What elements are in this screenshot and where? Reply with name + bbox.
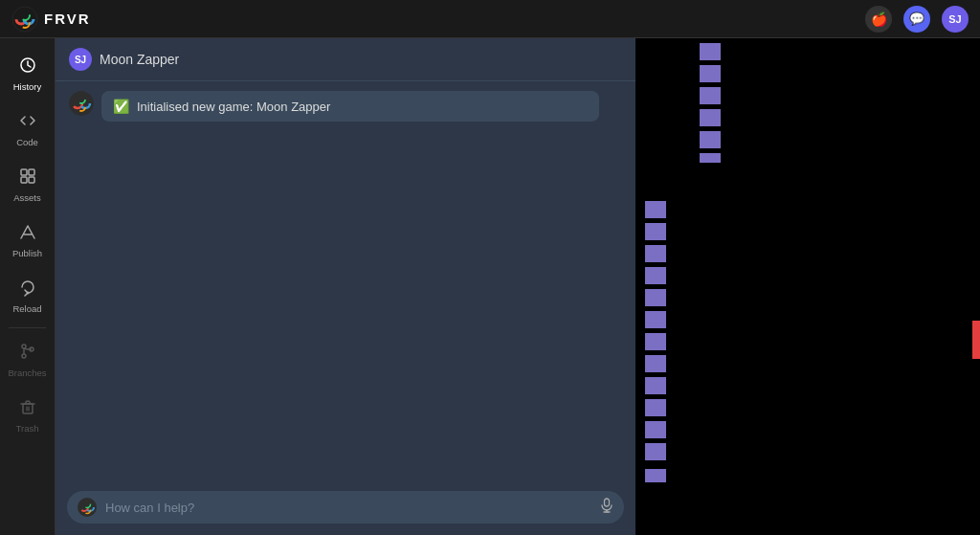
- history-label: History: [13, 81, 42, 92]
- message-avatar: [69, 91, 94, 116]
- game-block-10: [645, 289, 666, 306]
- game-panel: [635, 38, 980, 535]
- game-block-16: [645, 421, 666, 438]
- discord-icon-button[interactable]: 💬: [903, 6, 930, 33]
- content-area: SJ Moon Zapper ✅: [56, 38, 635, 535]
- game-block-11: [645, 311, 666, 328]
- message-bubble: ✅ Initialised new game: Moon Zapper: [101, 91, 599, 122]
- code-label: Code: [16, 137, 38, 147]
- chat-input-wrapper: [67, 491, 624, 524]
- svg-rect-8: [21, 177, 27, 183]
- game-block-6: [645, 201, 666, 218]
- apple-icon-button[interactable]: 🍎: [865, 6, 892, 33]
- chat-input[interactable]: [105, 501, 591, 515]
- assets-label: Assets: [13, 192, 41, 203]
- publish-icon: [18, 222, 37, 244]
- chat-input-area: [56, 483, 635, 535]
- red-button[interactable]: [972, 321, 980, 359]
- microphone-button[interactable]: [599, 498, 614, 517]
- game-block-13: [645, 355, 666, 372]
- main-container: History Code Assets: [0, 38, 980, 535]
- chat-messages: ✅ Initialised new game: Moon Zapper: [56, 81, 635, 483]
- branches-label: Branches: [8, 368, 46, 378]
- frvr-logo-icon: [11, 6, 38, 33]
- game-block-3: [700, 109, 721, 126]
- chat-input-logo-icon: [77, 497, 98, 518]
- logo-text: FRVR: [44, 11, 91, 27]
- app-header: FRVR 🍎 💬 SJ: [0, 0, 980, 38]
- svg-point-12: [22, 345, 26, 348]
- svg-rect-7: [29, 169, 34, 175]
- sidebar-item-publish[interactable]: Publish: [0, 212, 55, 268]
- sidebar-item-assets[interactable]: Assets: [0, 157, 55, 212]
- game-canvas: [635, 38, 980, 535]
- sidebar-divider: [9, 327, 47, 328]
- check-icon: ✅: [113, 99, 129, 114]
- code-icon: [18, 111, 37, 133]
- sidebar-item-trash: Trash: [0, 388, 55, 443]
- game-block-9: [645, 267, 666, 284]
- svg-point-13: [22, 354, 26, 358]
- assets-icon: [18, 167, 37, 189]
- header-actions: 🍎 💬 SJ: [865, 6, 969, 33]
- publish-label: Publish: [12, 248, 42, 258]
- sidebar-item-history[interactable]: History: [0, 46, 55, 101]
- discord-icon: 💬: [909, 11, 924, 26]
- reload-icon: [18, 278, 37, 300]
- chat-project-initials: SJ: [69, 48, 92, 71]
- game-block-4: [700, 131, 721, 148]
- game-block-15: [645, 399, 666, 416]
- sidebar-item-code[interactable]: Code: [0, 101, 55, 157]
- sidebar-item-reload[interactable]: Reload: [0, 268, 55, 323]
- game-block-0: [700, 43, 721, 60]
- game-block-1: [700, 65, 721, 82]
- trash-icon: [18, 397, 37, 419]
- game-block-12: [645, 333, 666, 350]
- branches-icon: [18, 342, 37, 364]
- game-block-14: [645, 377, 666, 394]
- svg-rect-16: [23, 404, 33, 413]
- user-avatar[interactable]: SJ: [942, 6, 969, 33]
- message-row: ✅ Initialised new game: Moon Zapper: [69, 91, 622, 122]
- microphone-icon: [599, 498, 614, 517]
- reload-label: Reload: [12, 303, 41, 314]
- history-icon: [18, 56, 37, 78]
- chat-project-title: Moon Zapper: [100, 52, 179, 67]
- svg-rect-6: [21, 169, 27, 175]
- game-block-5: [700, 153, 721, 163]
- game-block-7: [645, 223, 666, 240]
- svg-rect-9: [29, 177, 34, 183]
- chat-header: SJ Moon Zapper: [56, 38, 635, 81]
- game-block-8: [645, 245, 666, 262]
- message-content: ✅ Initialised new game: Moon Zapper: [101, 91, 622, 122]
- game-block-17: [645, 443, 666, 460]
- sidebar-item-branches: Branches: [0, 332, 55, 388]
- trash-label: Trash: [16, 423, 39, 434]
- game-block-2: [700, 87, 721, 104]
- game-block-18: [645, 469, 666, 482]
- sidebar: History Code Assets: [0, 38, 56, 535]
- logo: FRVR: [11, 6, 91, 33]
- message-text: Initialised new game: Moon Zapper: [137, 100, 330, 114]
- svg-rect-30: [605, 499, 610, 506]
- apple-icon: 🍎: [871, 11, 887, 27]
